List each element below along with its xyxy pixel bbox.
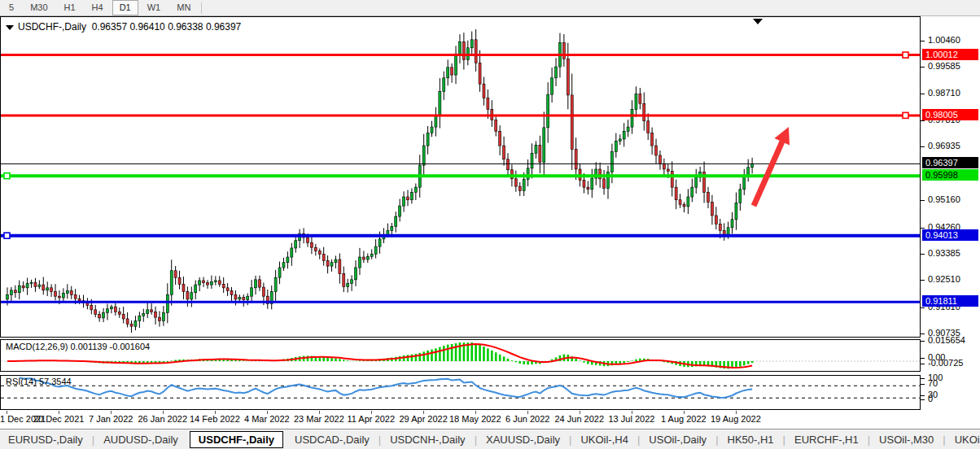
price-tick-0.96935: 0.96935	[928, 141, 960, 150]
macd-indicator-panel[interactable]: MACD(12,26,9) 0.001139 -0.001604	[0, 339, 921, 372]
candlestick-series	[7, 29, 754, 333]
rsi-label: RSI(14) 57.3544	[6, 377, 72, 386]
tick-mark	[921, 146, 925, 147]
tick-mark	[921, 307, 925, 308]
tick-mark	[921, 254, 925, 255]
horizontal-level-lines[interactable]	[1, 52, 920, 302]
date-label: 14 Feb 2022	[190, 414, 240, 424]
rsi-axis-0: 0	[928, 394, 933, 403]
price-tick-0.92510: 0.92510	[928, 274, 960, 284]
symbol-tab-usdcnhdaily[interactable]: USDCNH-,Daily	[382, 432, 473, 447]
price-badge-0.98005: 0.98005	[922, 109, 978, 120]
symbol-tab-usoildaily[interactable]: USOil-,Daily	[641, 432, 715, 447]
tick-mark	[921, 67, 925, 68]
tick-mark	[921, 384, 925, 385]
tick-mark	[921, 378, 925, 379]
price-tick-0.98710: 0.98710	[928, 88, 960, 98]
price-chart-panel[interactable]	[0, 16, 921, 338]
price-axis[interactable]: 1.004600.995850.987100.978100.969350.951…	[921, 16, 980, 410]
chart-symbol-period: USDCHF-,Daily	[18, 21, 86, 33]
price-tick-0.95160: 0.95160	[928, 194, 960, 204]
rsi-chart	[1, 376, 920, 409]
tick-mark	[921, 358, 925, 359]
macd-axis-max: 0.015654	[928, 335, 965, 345]
symbol-tab-audusddaily[interactable]: AUDUSD-,Daily	[95, 432, 186, 447]
date-label: 24 Jun 2022	[555, 414, 605, 424]
price-badge-0.95998: 0.95998	[922, 169, 978, 181]
ohlc-open: 0.96357	[92, 21, 127, 33]
ohlc-high: 0.96410	[129, 21, 164, 33]
trend-arrow-annotation[interactable]	[754, 127, 790, 206]
rsi-line	[20, 377, 752, 398]
tick-mark	[921, 280, 925, 281]
date-label: 11 Apr 2022	[348, 414, 396, 424]
timeframe-button-w1[interactable]: W1	[140, 0, 168, 15]
date-label: 1 Aug 2022	[661, 414, 707, 424]
symbol-tab-eurchfh1[interactable]: EURCHF-,H1	[786, 432, 867, 447]
tick-mark	[921, 41, 925, 41]
symbol-tab-ukoilh1[interactable]: UKOil-,H1	[947, 432, 980, 447]
macd-label: MACD(12,26,9) 0.001139 -0.001604	[6, 342, 150, 351]
ohlc-low: 0.96338	[168, 21, 203, 33]
date-label: 26 Jan 2022	[138, 414, 188, 424]
symbol-tab-ukoilh4[interactable]: UKOil-,H4	[572, 432, 637, 447]
symbol-tab-bar: EURUSD-,Daily|AUDUSD-,DailyUSDCHF-,Daily…	[0, 429, 980, 449]
tick-mark	[921, 395, 925, 396]
macd-axis-min: -0.00725	[928, 358, 963, 368]
price-badge-0.96397: 0.96397	[922, 157, 978, 168]
tick-mark	[921, 341, 925, 342]
date-label: 29 Apr 2022	[400, 414, 448, 424]
chart-top-marker-icon	[753, 19, 763, 24]
timeframe-button-h4[interactable]: H4	[85, 0, 111, 15]
price-tick-0.93385: 0.93385	[928, 248, 960, 258]
rsi-indicator-panel[interactable]: RSI(14) 57.3544	[0, 375, 921, 410]
toolbar-separator	[201, 2, 202, 14]
date-label: 19 Aug 2022	[711, 414, 761, 424]
timeframe-button-mn[interactable]: MN	[169, 0, 198, 15]
price-badge-1.00012: 1.00012	[922, 49, 978, 60]
symbol-tab-hk50h1[interactable]: HK50-,H1	[720, 432, 782, 447]
symbol-tab-usdchfdaily[interactable]: USDCHF-,Daily	[190, 431, 283, 448]
date-label: 18 May 2022	[449, 414, 501, 424]
date-label: 7 Jan 2022	[89, 414, 133, 424]
rsi-axis-70: 70	[928, 378, 938, 388]
price-badge-0.94013: 0.94013	[922, 229, 978, 241]
tick-mark	[921, 200, 925, 201]
symbol-tab-eurusddaily[interactable]: EURUSD-,Daily	[0, 432, 91, 447]
timeframe-toolbar: 5M30H1H4D1W1MN	[0, 0, 980, 16]
tick-mark	[921, 120, 925, 121]
date-label: 23 Mar 2022	[294, 414, 344, 424]
date-label: 13 Jul 2022	[609, 414, 655, 424]
price-tick-0.99585: 0.99585	[928, 61, 960, 71]
timeframe-button-m30[interactable]: M30	[23, 0, 55, 15]
timeframe-button-5[interactable]: 5	[2, 0, 21, 15]
symbol-tab-usdcaddaily[interactable]: USDCAD-,Daily	[287, 432, 378, 447]
date-label: 6 Jun 2022	[505, 414, 549, 424]
timeframe-button-d1[interactable]: D1	[112, 0, 138, 15]
date-label: 20 Dec 2021	[33, 414, 84, 424]
tick-mark	[921, 399, 925, 400]
date-label: 4 Mar 2022	[244, 414, 290, 424]
tick-mark	[921, 364, 925, 364]
price-tick-1.00460: 1.00460	[928, 35, 960, 45]
timeframe-button-h1[interactable]: H1	[57, 0, 83, 15]
symbol-tab-xauusddaily[interactable]: XAUUSD-,Daily	[478, 432, 568, 447]
price-badge-0.91811: 0.91811	[922, 295, 978, 307]
chart-title: USDCHF-,Daily 0.96357 0.96410 0.96338 0.…	[6, 21, 241, 33]
tick-mark	[921, 228, 925, 229]
tick-mark	[921, 333, 925, 334]
date-axis[interactable]: 1 Dec 202120 Dec 20217 Jan 202226 Jan 20…	[0, 411, 921, 429]
trading-terminal-window: 5M30H1H4D1W1MN USDCHF-,Daily 0.96357 0.9…	[0, 0, 980, 449]
ohlc-close: 0.96397	[206, 21, 241, 33]
candlestick-chart	[1, 17, 920, 337]
symbol-tab-usoilm30[interactable]: USOil-,M30	[871, 432, 942, 447]
chart-dropdown-icon[interactable]	[6, 25, 14, 30]
tick-mark	[921, 94, 925, 94]
